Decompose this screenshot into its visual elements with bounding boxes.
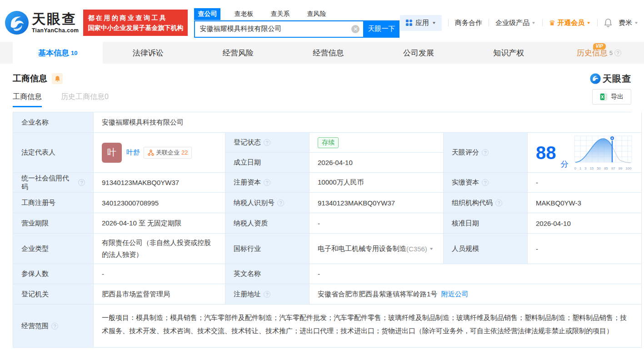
staff-size-label: 人员规模: [444, 234, 528, 264]
help-icon[interactable]: [277, 200, 284, 206]
business-scope-label: 经营范围: [13, 305, 94, 348]
business-scope-value: 一般项目：模具制造；模具销售；汽车零部件及配件制造；汽车零配件批发；汽车零配件零…: [94, 305, 642, 348]
search-tab-relation[interactable]: 查关系: [267, 8, 293, 20]
company-type-label: 企业类型: [13, 234, 94, 264]
nearby-companies-link[interactable]: 附近公司: [441, 290, 469, 299]
business-cooperation-link[interactable]: 商务合作: [455, 19, 482, 27]
notification-bell-icon[interactable]: [604, 18, 612, 27]
tab-legal-proceedings[interactable]: 法律诉讼: [103, 42, 193, 64]
org-code-label: 组织机构代码: [444, 193, 528, 213]
company-nav-tabs: 基本信息10 法律诉讼 经营风险 经营信息 公司发展 知识产权 VIP 历史信息…: [0, 42, 644, 64]
est-date-value: 2026-04-10: [310, 153, 444, 173]
tab-intellectual-property[interactable]: 知识产权: [464, 42, 554, 64]
help-icon[interactable]: [264, 179, 270, 186]
search-tab-boss[interactable]: 查老板: [230, 8, 257, 20]
apps-menu[interactable]: 应用: [400, 15, 442, 31]
insured-value: -: [94, 264, 225, 284]
address-label: 注册地址: [225, 284, 310, 305]
search-box: 查公司 查老板 查关系 查风险 天眼一下: [194, 8, 399, 38]
chevron-down-icon[interactable]: [429, 246, 434, 251]
business-term-label: 营业期限: [13, 213, 94, 234]
excel-icon: [600, 93, 607, 100]
score-tick: 0: [574, 166, 576, 170]
search-tab-company[interactable]: 查公司: [194, 8, 220, 20]
subtab-history-business-info[interactable]: 历史工商信息0: [61, 86, 109, 107]
tab-basic-info[interactable]: 基本信息10: [13, 42, 103, 64]
reg-capital-label: 注册资本: [225, 173, 310, 193]
tab-history-info[interactable]: VIP 历史信息 5: [554, 42, 644, 64]
help-icon[interactable]: [264, 139, 270, 146]
score-label: 天眼评分: [444, 133, 528, 173]
tianyancha-logo-icon: [5, 10, 29, 35]
tab-count: 5: [609, 50, 613, 56]
chevron-down-icon: [634, 21, 639, 25]
related-companies-count: 22: [181, 149, 188, 156]
score-tick: 15: [589, 166, 594, 170]
score-tick: 3: [584, 166, 586, 170]
search-button[interactable]: 天眼一下: [363, 20, 399, 38]
credit-code-label: 统一社会信用代码: [13, 173, 94, 193]
help-icon[interactable]: [78, 179, 85, 186]
enterprise-products-menu[interactable]: 企业级产品: [495, 19, 536, 27]
search-tabs: 查公司 查老板 查关系 查风险: [194, 8, 399, 20]
legal-rep-avatar[interactable]: 叶: [102, 143, 122, 163]
reg-status-label: 登记状态: [225, 133, 310, 153]
score-unit: 分: [561, 159, 569, 170]
logo-title: 天眼查: [32, 12, 79, 26]
est-date-label: 成立日期: [225, 153, 310, 173]
watermark-logo: 天眼查: [590, 73, 631, 85]
help-icon[interactable]: [614, 50, 621, 56]
status-badge: 存续: [318, 137, 339, 148]
help-icon[interactable]: [482, 179, 489, 186]
industry-value[interactable]: 电子和电工机械专用设备制造(C356): [310, 234, 444, 264]
open-vip-menu[interactable]: 开通会员: [549, 19, 591, 27]
help-icon[interactable]: [264, 291, 270, 298]
reg-number-label: 工商注册号: [13, 193, 94, 213]
staff-size-value: -: [528, 234, 642, 264]
vip-badge: VIP: [593, 43, 606, 50]
tab-company-development[interactable]: 公司发展: [374, 42, 464, 64]
menu-divider: [542, 19, 543, 26]
export-button[interactable]: 导出: [592, 89, 631, 105]
score-tick: 100: [625, 166, 631, 170]
watermark-logo-text: 天眼查: [603, 73, 631, 85]
tianyancha-logo[interactable]: 天眼查 TianYanCha.com: [5, 10, 79, 35]
company-name-value: 安徽福耀模具科技有限公司: [94, 112, 642, 133]
insured-label: 参保人数: [13, 264, 94, 284]
tab-operation-risk[interactable]: 经营风险: [193, 42, 283, 64]
menu-divider: [597, 19, 598, 26]
help-icon[interactable]: [495, 200, 502, 206]
legal-rep-label: 法定代表人: [13, 133, 94, 173]
reg-authority-value: 肥西县市场监督管理局: [94, 284, 225, 305]
taxpayer-quality-value: -: [310, 213, 444, 234]
tianyancha-mini-icon: [590, 73, 601, 84]
taxpayer-id-value: 91340123MAKBQ0YW37: [310, 193, 444, 213]
company-name-label: 企业名称: [13, 112, 94, 133]
org-code-value: MAKBQ0YW-3: [528, 193, 642, 213]
help-icon[interactable]: [51, 323, 58, 330]
tab-operation-info[interactable]: 经营信息: [283, 42, 373, 64]
help-icon[interactable]: [482, 149, 489, 156]
search-input[interactable]: [195, 21, 363, 37]
industry-code: (C356): [406, 245, 427, 253]
subscribe-bell-button[interactable]: [52, 73, 63, 84]
chevron-down-icon: [432, 21, 436, 25]
related-companies-badge[interactable]: 关联企业 22: [144, 147, 192, 159]
taxpayer-id-label: 纳税人识别号: [225, 193, 310, 213]
score-value: 88 分: [528, 133, 642, 173]
business-info-table: 企业名称 安徽福耀模具科技有限公司 法定代表人 叶 叶舒 关联企业 22 登记状…: [13, 112, 631, 348]
logo-domain: TianYanCha.com: [32, 28, 79, 33]
search-tab-risk[interactable]: 查风险: [303, 8, 329, 20]
score-axis-ticks: 0131550859799100: [574, 166, 632, 170]
user-account-menu[interactable]: 费米: [619, 19, 639, 27]
nav-spacer: [0, 42, 13, 64]
legal-rep-name-link[interactable]: 叶舒: [126, 148, 140, 157]
subtab-business-info[interactable]: 工商信息: [13, 86, 42, 107]
score-number: 88: [536, 144, 556, 162]
org-chart-icon: [148, 150, 154, 156]
business-term-value: 2026-04-10 至 无固定期限: [94, 213, 225, 234]
clear-search-icon[interactable]: [351, 25, 359, 33]
english-name-value: -: [310, 264, 642, 284]
taxpayer-quality-label: 纳税人资质: [225, 213, 310, 234]
credit-code-value: 91340123MAKBQ0YW37: [94, 173, 225, 193]
